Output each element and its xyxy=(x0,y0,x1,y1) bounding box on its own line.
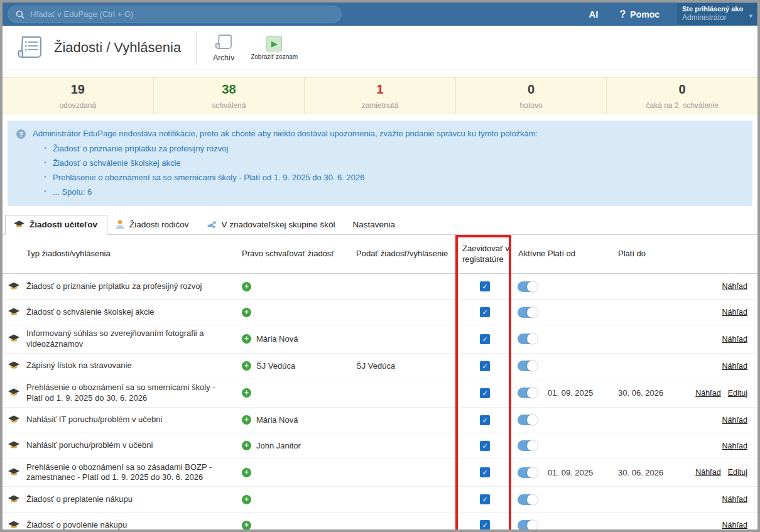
table-row: Žiadosť o povolenie nákupu + ✓ Náhľad xyxy=(3,513,757,532)
add-approver-button[interactable]: + xyxy=(242,361,251,371)
help-question-icon: ? xyxy=(620,9,626,20)
add-approver-button[interactable]: + xyxy=(242,308,251,317)
notice-item: Žiadosť o schválenie školskej akcie xyxy=(44,158,744,168)
show-list-label: Zobraziť zoznam xyxy=(251,53,298,60)
tab-label: Nastavenia xyxy=(353,220,396,229)
preview-link[interactable]: Náhľad xyxy=(722,308,747,317)
registry-checkbox[interactable]: ✓ xyxy=(480,307,490,317)
table-row: Žiadosť o preplatenie nákupu + ✓ Náhľad xyxy=(3,487,757,513)
table-row: Prehlásenie o oboznámení sa so zásadami … xyxy=(3,459,757,487)
notice-item-list: Žiadosť o priznanie príplatku za profesi… xyxy=(44,144,744,197)
table-row: Žiadosť o schválenie školskej akcie + ✓ … xyxy=(3,300,757,325)
valid-to-value: 30. 06. 2026 xyxy=(614,388,684,398)
preview-link[interactable]: Náhľad xyxy=(722,335,747,344)
add-approver-button[interactable]: + xyxy=(242,388,251,398)
request-type: Nahlásiť poruchu/problém v učebni xyxy=(24,437,237,454)
admin-notice-panel: ? Administrátor EduPage nedostáva notifi… xyxy=(8,121,752,206)
preview-link[interactable]: Náhľad xyxy=(722,442,747,450)
app-window: Hľadať v EduPage (Ctrl + G) AI ? Pomoc S… xyxy=(0,0,760,532)
status-count: 0 xyxy=(528,82,535,97)
active-toggle[interactable] xyxy=(518,334,537,344)
add-approver-button[interactable]: + xyxy=(242,415,251,425)
registry-checkbox[interactable]: ✓ xyxy=(480,281,490,291)
preview-link[interactable]: Náhľad xyxy=(695,389,720,398)
table-row: Nahlásiť poruchu/problém v učebni + John… xyxy=(3,433,757,459)
add-approver-button[interactable]: + xyxy=(242,441,251,450)
search-input[interactable]: Hľadať v EduPage (Ctrl + G) xyxy=(8,6,342,23)
help-button[interactable]: ? Pomoc xyxy=(620,9,660,20)
graduation-cap-icon xyxy=(14,220,24,229)
registry-checkbox[interactable]: ✓ xyxy=(480,467,490,477)
registry-checkbox[interactable]: ✓ xyxy=(480,494,490,504)
status-label: schválená xyxy=(212,101,246,110)
tab-label: Žiadosti rodičov xyxy=(129,220,189,229)
active-toggle[interactable] xyxy=(518,361,537,371)
preview-link[interactable]: Náhľad xyxy=(722,416,747,425)
request-type: Informovaný súhlas so zverejňovaním foto… xyxy=(24,325,237,353)
add-approver-button[interactable]: + xyxy=(242,521,251,530)
preview-link[interactable]: Náhľad xyxy=(722,282,747,291)
add-approver-button[interactable]: + xyxy=(242,468,251,477)
valid-to-value: 30. 06. 2026 xyxy=(614,468,684,477)
user-name: Administrátor xyxy=(682,13,751,22)
active-toggle[interactable] xyxy=(518,467,537,478)
tab-ziadosti-rodicov[interactable]: Žiadosti rodičov xyxy=(107,215,198,234)
preview-link[interactable]: Náhľad xyxy=(695,468,720,477)
archive-button[interactable]: Archív xyxy=(213,34,234,62)
school-group-icon xyxy=(207,220,217,229)
add-approver-button[interactable]: + xyxy=(242,495,251,504)
status-summary-cell: 19 odovzdaná xyxy=(3,78,154,114)
tab-nastavenia[interactable]: Nastavenia xyxy=(345,215,405,234)
add-approver-button[interactable]: + xyxy=(242,282,251,291)
notice-intro: Administrátor EduPage nedostáva notifiká… xyxy=(33,129,538,138)
col-header-registry: Zaevidovať v registratúre xyxy=(458,244,512,264)
col-header-submit: Podať žiadosť/vyhlásenie xyxy=(352,249,458,259)
preview-link[interactable]: Náhľad xyxy=(722,495,747,504)
parent-icon xyxy=(116,220,124,229)
tab-ziadosti-ucitelov[interactable]: Žiadosti učiteľov xyxy=(5,215,107,235)
play-icon: ▶ xyxy=(266,36,282,52)
active-toggle[interactable] xyxy=(518,520,537,531)
show-list-button[interactable]: ▶ Zobraziť zoznam xyxy=(251,36,298,60)
preview-link[interactable]: Náhľad xyxy=(722,362,747,371)
table-row: Prehlásenie o oboznámení sa so smernicam… xyxy=(3,379,757,408)
tab-zriadovatelska-skupina[interactable]: V zriadovateľskej skupine škôl xyxy=(198,215,345,234)
preview-link[interactable]: Náhľad xyxy=(722,521,747,529)
request-type: Prehlásenie o oboznámení sa so smernicam… xyxy=(24,379,237,407)
graduation-cap-icon xyxy=(8,282,19,291)
edit-link[interactable]: Edituj xyxy=(728,389,747,398)
registry-checkbox[interactable]: ✓ xyxy=(480,334,490,344)
active-toggle[interactable] xyxy=(518,415,537,425)
registry-checkbox[interactable]: ✓ xyxy=(480,388,490,398)
active-toggle[interactable] xyxy=(518,494,537,505)
col-header-valid-from: Platí od xyxy=(543,249,614,259)
signed-in-label: Ste prihlásený ako xyxy=(682,5,751,13)
registry-checkbox[interactable]: ✓ xyxy=(480,361,490,371)
submitter-name: ŠJ Vedúca xyxy=(352,361,458,371)
status-summary-bar: 19 odovzdaná 38 schválená 1 zamietnutá 0… xyxy=(3,77,757,114)
active-toggle[interactable] xyxy=(518,307,537,318)
tab-label: V zriadovateľskej skupine škôl xyxy=(222,220,335,229)
registry-checkbox[interactable]: ✓ xyxy=(480,415,490,425)
registry-checkbox[interactable]: ✓ xyxy=(480,520,490,530)
ai-button[interactable]: AI xyxy=(589,9,599,19)
active-toggle[interactable] xyxy=(518,388,537,398)
notice-item: Žiadosť o priznanie príplatku za profesi… xyxy=(44,144,744,153)
active-toggle[interactable] xyxy=(518,440,537,451)
edit-link[interactable]: Edituj xyxy=(728,468,747,477)
table-row: Informovaný súhlas so zverejňovaním foto… xyxy=(3,325,757,354)
status-count: 1 xyxy=(376,82,383,97)
approver-name: Mária Nová xyxy=(256,415,298,425)
user-menu[interactable]: Ste prihlásený ako Administrátor ▾ xyxy=(676,3,757,26)
table-header-row: Typ žiadosti/vyhlásenia Právo schvaľovať… xyxy=(3,235,757,274)
graduation-cap-icon xyxy=(8,468,19,477)
tab-bar: Žiadosti učiteľov Žiadosti rodičov V zri… xyxy=(3,214,757,235)
registry-checkbox[interactable]: ✓ xyxy=(480,441,490,451)
col-header-active: Aktívne xyxy=(512,249,543,259)
topbar: Hľadať v EduPage (Ctrl + G) AI ? Pomoc S… xyxy=(3,3,757,26)
requests-table: Typ žiadosti/vyhlásenia Právo schvaľovať… xyxy=(3,235,757,532)
info-question-icon: ? xyxy=(16,129,26,139)
active-toggle[interactable] xyxy=(518,281,537,292)
table-row: Zápisný lístok na stravovanie + ŠJ Vedúc… xyxy=(3,354,757,379)
add-approver-button[interactable]: + xyxy=(242,334,251,344)
